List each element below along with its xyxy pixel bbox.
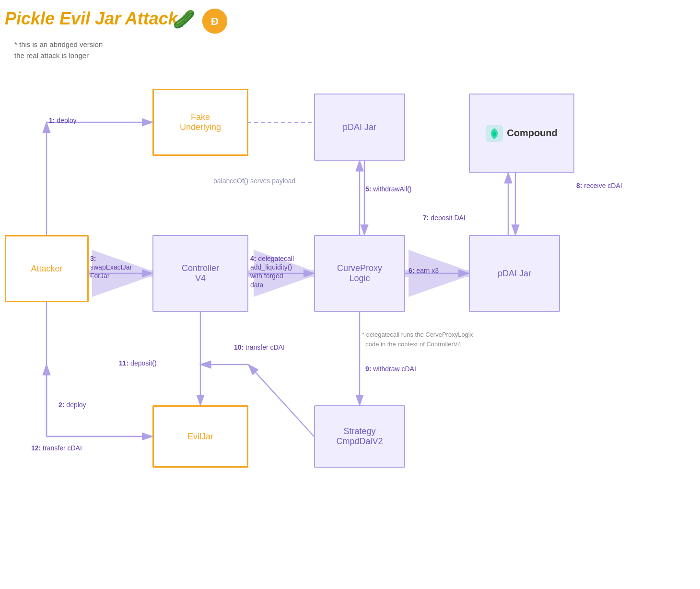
delegatecall-note: * delegatecall runs the CerveProxyLogix …	[362, 330, 473, 349]
compound-name-label: Compound	[507, 128, 558, 139]
fake-underlying-label: FakeUnderlying	[180, 112, 221, 132]
svg-line-21	[248, 365, 314, 436]
diagram-container: Pickle Evil Jar Attack 🥒 Ð * this is an …	[0, 0, 700, 589]
compound-logo: Compound	[486, 125, 558, 142]
box-fake-underlying: FakeUnderlying	[152, 89, 248, 156]
box-compound: Compound	[469, 94, 574, 173]
step3-label: 3:swapExactJarForJar	[90, 254, 132, 281]
attacker-label: Attacker	[31, 264, 62, 274]
dai-icon: Ð	[202, 9, 227, 34]
compound-logo-icon	[486, 125, 503, 142]
step5-label: 5: withdrawAll()	[365, 185, 411, 193]
controller-label: ControllerV4	[182, 263, 219, 283]
svg-text:Ð: Ð	[211, 15, 219, 27]
balance-of-label: balanceOf() serves payload	[213, 177, 295, 185]
box-evil-jar: EvilJar	[152, 405, 248, 468]
step9-label: 9: withdraw cDAI	[365, 365, 416, 373]
box-strategy: StrategyCmpdDaiV2	[314, 405, 405, 468]
step8-label: 8: receive cDAI	[576, 181, 622, 190]
step12-label: 12: transfer cDAI	[31, 444, 82, 452]
strategy-label: StrategyCmpdDaiV2	[336, 426, 383, 447]
box-pdai-jar-top: pDAI Jar	[314, 94, 405, 161]
pickle-icon: 🥒	[173, 9, 195, 30]
subtitle: * this is an abridged version the real a…	[14, 39, 103, 61]
step2-label: 2: deploy	[58, 401, 86, 409]
box-controller-v4: ControllerV4	[152, 235, 248, 312]
pdai-jar-top-label: pDAI Jar	[343, 122, 376, 132]
step1-label: 1: deploy	[49, 116, 77, 125]
box-attacker: Attacker	[5, 235, 89, 302]
step7-label: 7: deposit DAI	[423, 213, 466, 222]
box-curveproxy: CurveProxyLogic	[314, 235, 405, 312]
evil-jar-label: EvilJar	[187, 432, 213, 442]
page-title: Pickle Evil Jar Attack	[5, 9, 178, 29]
step4-label: 4: delegatecalladd_liquidity()with forge…	[250, 254, 294, 289]
pdai-jar-right-label: pDAI Jar	[498, 269, 531, 279]
curveproxy-label: CurveProxyLogic	[337, 263, 382, 283]
step11-label: 11: deposit()	[119, 359, 157, 367]
step10-label: 10: transfer cDAI	[234, 343, 285, 352]
step6-label: 6: earn x3	[408, 266, 439, 275]
box-pdai-jar-right: pDAI Jar	[469, 235, 560, 312]
